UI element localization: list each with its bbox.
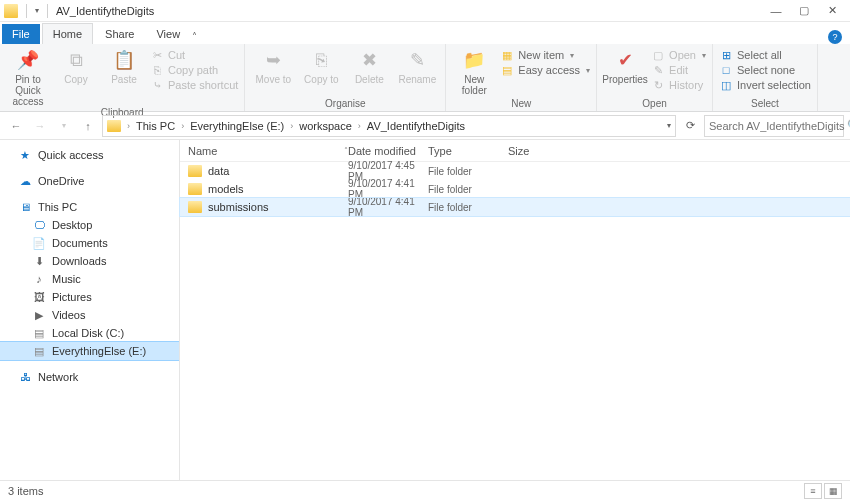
column-headers: Name˄ Date modified Type Size xyxy=(180,140,850,162)
copy-path-button[interactable]: ⎘Copy path xyxy=(150,63,238,77)
file-row[interactable]: submissions 9/10/2017 4:41 PM File folde… xyxy=(180,198,850,216)
ribbon: 📌 Pin to Quick access ⧉ Copy 📋 Paste ✂Cu… xyxy=(0,44,850,112)
nav-forward-button[interactable]: → xyxy=(30,116,50,136)
search-box[interactable]: 🔍 xyxy=(704,115,844,137)
sidebar-network[interactable]: 🖧Network xyxy=(0,368,179,386)
open-button[interactable]: ▢Open▾ xyxy=(651,48,706,62)
nav-recent-button[interactable]: ▾ xyxy=(54,116,74,136)
address-bar: ← → ▾ ↑ › This PC › EverythingElse (E:) … xyxy=(0,112,850,140)
file-row[interactable]: data 9/10/2017 4:45 PM File folder xyxy=(180,162,850,180)
chevron-right-icon[interactable]: › xyxy=(356,121,363,131)
column-name[interactable]: Name˄ xyxy=(180,145,348,157)
ribbon-group-open: ✔Properties ▢Open▾ ✎Edit ↻History Open xyxy=(597,44,713,111)
cut-button[interactable]: ✂Cut xyxy=(150,48,238,62)
edit-button[interactable]: ✎Edit xyxy=(651,63,706,77)
minimize-button[interactable]: — xyxy=(762,1,790,21)
rename-button[interactable]: ✎Rename xyxy=(395,46,439,85)
view-details-button[interactable]: ≡ xyxy=(804,483,822,499)
nav-back-button[interactable]: ← xyxy=(6,116,26,136)
group-label-new: New xyxy=(452,98,590,111)
column-size[interactable]: Size xyxy=(508,145,556,157)
new-item-button[interactable]: ▦New item▾ xyxy=(500,48,590,62)
quick-access-toolbar: ▾ xyxy=(22,4,52,18)
properties-button[interactable]: ✔Properties xyxy=(603,46,647,85)
crumb-this-pc[interactable]: This PC xyxy=(134,120,177,132)
paste-button[interactable]: 📋 Paste xyxy=(102,46,146,85)
sidebar-item-everything-else[interactable]: ▤EverythingElse (E:) xyxy=(0,342,179,360)
sidebar-item-music[interactable]: ♪Music xyxy=(0,270,179,288)
newitem-icon: ▦ xyxy=(500,48,514,62)
select-all-button[interactable]: ⊞Select all xyxy=(719,48,811,62)
sidebar-item-desktop[interactable]: 🖵Desktop xyxy=(0,216,179,234)
tab-share[interactable]: Share xyxy=(95,24,144,44)
drive-icon: ▤ xyxy=(32,327,46,340)
folder-icon xyxy=(4,4,18,18)
copy-icon: ⧉ xyxy=(64,48,88,72)
ribbon-collapse-icon[interactable]: ˄ xyxy=(192,31,197,42)
breadcrumb[interactable]: › This PC › EverythingElse (E:) › worksp… xyxy=(102,115,676,137)
selectnone-icon: □ xyxy=(719,63,733,77)
crumb-drive[interactable]: EverythingElse (E:) xyxy=(188,120,286,132)
rename-icon: ✎ xyxy=(405,48,429,72)
pin-icon: 📌 xyxy=(16,48,40,72)
sidebar-item-local-disk[interactable]: ▤Local Disk (C:) xyxy=(0,324,179,342)
select-none-button[interactable]: □Select none xyxy=(719,63,811,77)
sidebar-item-pictures[interactable]: 🖼Pictures xyxy=(0,288,179,306)
delete-button[interactable]: ✖Delete xyxy=(347,46,391,85)
music-icon: ♪ xyxy=(32,273,46,285)
content-pane: Name˄ Date modified Type Size data 9/10/… xyxy=(180,140,850,480)
tab-file[interactable]: File xyxy=(2,24,40,44)
tab-view[interactable]: View xyxy=(146,24,190,44)
sidebar-this-pc[interactable]: 🖥This PC xyxy=(0,198,179,216)
status-bar: 3 items ≡ ▦ xyxy=(0,480,850,500)
status-item-count: 3 items xyxy=(8,485,43,497)
paste-shortcut-button[interactable]: ⤷Paste shortcut xyxy=(150,78,238,92)
sidebar-item-downloads[interactable]: ⬇Downloads xyxy=(0,252,179,270)
downloads-icon: ⬇ xyxy=(32,255,46,268)
move-to-button[interactable]: ➥Move to xyxy=(251,46,295,85)
folder-icon xyxy=(188,165,202,177)
breadcrumb-dropdown-icon[interactable]: ▾ xyxy=(667,121,671,130)
sidebar-item-documents[interactable]: 📄Documents xyxy=(0,234,179,252)
pc-icon: 🖥 xyxy=(18,201,32,213)
copyto-icon: ⎘ xyxy=(309,48,333,72)
easyaccess-icon: ▤ xyxy=(500,63,514,77)
group-label-select: Select xyxy=(719,98,811,111)
sidebar-quick-access[interactable]: ★Quick access xyxy=(0,146,179,164)
refresh-button[interactable]: ⟳ xyxy=(680,116,700,136)
cloud-icon: ☁ xyxy=(18,175,32,188)
copy-to-button[interactable]: ⎘Copy to xyxy=(299,46,343,85)
nav-up-button[interactable]: ↑ xyxy=(78,116,98,136)
tab-home[interactable]: Home xyxy=(42,23,93,44)
chevron-right-icon[interactable]: › xyxy=(179,121,186,131)
videos-icon: ▶ xyxy=(32,309,46,322)
close-button[interactable]: ✕ xyxy=(818,1,846,21)
desktop-icon: 🖵 xyxy=(32,219,46,231)
column-date[interactable]: Date modified xyxy=(348,145,428,157)
chevron-right-icon[interactable]: › xyxy=(288,121,295,131)
copy-button[interactable]: ⧉ Copy xyxy=(54,46,98,85)
column-type[interactable]: Type xyxy=(428,145,508,157)
view-thumbnails-button[interactable]: ▦ xyxy=(824,483,842,499)
group-label-open: Open xyxy=(603,98,706,111)
file-list: data 9/10/2017 4:45 PM File folder model… xyxy=(180,162,850,480)
invert-selection-button[interactable]: ◫Invert selection xyxy=(719,78,811,92)
main-area: ★Quick access ☁OneDrive 🖥This PC 🖵Deskto… xyxy=(0,140,850,480)
pin-quick-access-button[interactable]: 📌 Pin to Quick access xyxy=(6,46,50,107)
file-row[interactable]: models 9/10/2017 4:41 PM File folder xyxy=(180,180,850,198)
properties-icon: ✔ xyxy=(613,48,637,72)
qat-dropdown-icon[interactable]: ▾ xyxy=(35,6,39,15)
folder-icon xyxy=(188,183,202,195)
crumb-workspace[interactable]: workspace xyxy=(297,120,354,132)
sidebar-item-videos[interactable]: ▶Videos xyxy=(0,306,179,324)
history-button[interactable]: ↻History xyxy=(651,78,706,92)
network-icon: 🖧 xyxy=(18,371,32,383)
maximize-button[interactable]: ▢ xyxy=(790,1,818,21)
crumb-current[interactable]: AV_IdentifytheDigits xyxy=(365,120,467,132)
help-icon[interactable]: ? xyxy=(828,30,842,44)
sidebar-onedrive[interactable]: ☁OneDrive xyxy=(0,172,179,190)
search-input[interactable] xyxy=(709,120,847,132)
chevron-right-icon[interactable]: › xyxy=(125,121,132,131)
easy-access-button[interactable]: ▤Easy access▾ xyxy=(500,63,590,77)
new-folder-button[interactable]: 📁New folder xyxy=(452,46,496,96)
